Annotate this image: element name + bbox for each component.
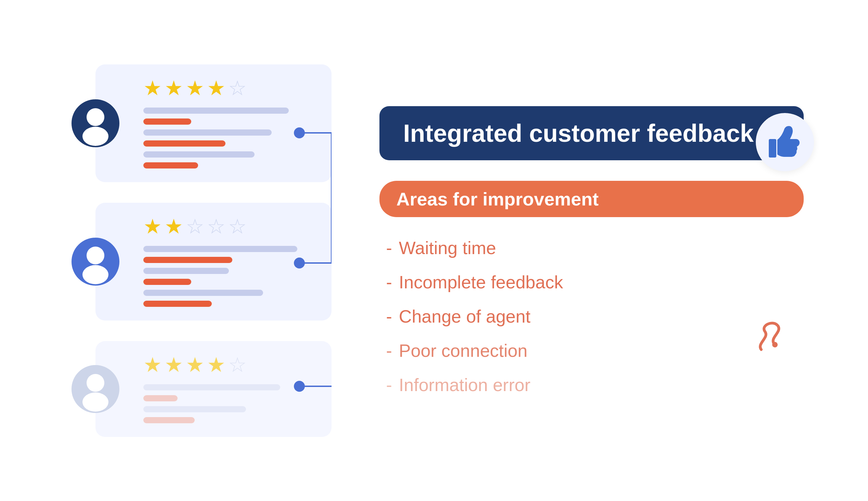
- improvement-text-poor-connection: Poor connection: [399, 340, 528, 361]
- star-2-2: ★: [165, 216, 183, 237]
- bar-bg-1-3: [143, 151, 254, 158]
- improvement-item-change-of-agent: - Change of agent: [386, 306, 804, 327]
- star-1-3: ★: [186, 78, 204, 99]
- avatar-2: [72, 238, 119, 286]
- bar-bg-3-1: [143, 384, 280, 391]
- bar-accent-2-3: [143, 301, 212, 307]
- dash-change-of-agent: -: [386, 306, 392, 327]
- page-container: ★ ★ ★ ★ ☆: [24, 20, 845, 482]
- improvement-text-information-error: Information error: [399, 375, 530, 395]
- bar-accent-1-1: [143, 118, 191, 125]
- star-3-2: ★: [165, 355, 183, 375]
- feedback-card-1: ★ ★ ★ ★ ☆: [96, 64, 331, 182]
- svg-point-8: [83, 393, 109, 412]
- star-2-1: ★: [143, 216, 162, 237]
- improvement-text-incomplete-feedback: Incomplete feedback: [399, 272, 563, 292]
- improvement-item-waiting-time: - Waiting time: [386, 238, 804, 258]
- svg-point-7: [87, 374, 105, 392]
- bars-3: [143, 384, 315, 423]
- dash-incomplete-feedback: -: [386, 272, 392, 292]
- improvement-text-change-of-agent: Change of agent: [399, 306, 531, 327]
- bar-accent-1-3: [143, 162, 198, 169]
- bar-accent-3-1: [143, 395, 178, 401]
- avatar-1: [72, 99, 119, 147]
- bar-bg-2-3: [143, 290, 263, 296]
- bar-bg-1-2: [143, 129, 272, 136]
- header-title: Integrated customer feedback: [403, 119, 754, 147]
- improvement-item-incomplete-feedback: - Incomplete feedback: [386, 272, 804, 292]
- areas-badge: Areas for improvement: [380, 181, 804, 217]
- svg-rect-16: [769, 139, 776, 158]
- improvement-item-poor-connection: - Poor connection: [386, 340, 804, 361]
- squiggle-decoration: [745, 310, 793, 364]
- areas-badge-text: Areas for improvement: [397, 189, 599, 209]
- feedback-card-2: ★ ★ ☆ ☆ ☆: [96, 203, 331, 321]
- thumbs-up-circle: [756, 113, 814, 171]
- star-3-1: ★: [143, 355, 162, 375]
- improvement-text-waiting-time: Waiting time: [399, 238, 496, 258]
- stars-row-2: ★ ★ ☆ ☆ ☆: [143, 216, 315, 237]
- stars-row-1: ★ ★ ★ ★ ☆: [143, 78, 315, 99]
- feedback-card-3: ★ ★ ★ ★ ☆: [96, 341, 331, 437]
- bar-accent-2-2: [143, 279, 191, 285]
- bar-bg-1-1: [143, 107, 289, 114]
- header-banner: Integrated customer feedback: [380, 106, 804, 160]
- dash-information-error: -: [386, 375, 392, 395]
- bar-accent-2-1: [143, 257, 232, 263]
- svg-point-1: [87, 108, 105, 126]
- star-1-4: ★: [207, 78, 226, 99]
- stars-row-3: ★ ★ ★ ★ ☆: [143, 355, 315, 375]
- bar-accent-3-2: [143, 417, 195, 423]
- improvement-item-information-error: - Information error: [386, 375, 804, 395]
- bar-accent-1-2: [143, 140, 226, 147]
- svg-point-2: [83, 127, 109, 146]
- star-1-5: ☆: [228, 78, 247, 99]
- bar-bg-2-1: [143, 246, 297, 252]
- star-1-2: ★: [165, 78, 183, 99]
- svg-point-4: [87, 247, 105, 264]
- star-1-1: ★: [143, 78, 162, 99]
- bar-bg-2-2: [143, 268, 229, 274]
- improvement-list: - Waiting time - Incomplete feedback - C…: [380, 238, 804, 395]
- svg-point-5: [83, 265, 109, 284]
- star-3-3: ★: [186, 355, 204, 375]
- star-3-4: ★: [207, 355, 226, 375]
- star-2-4: ☆: [207, 216, 226, 237]
- star-2-3: ☆: [186, 216, 204, 237]
- star-2-5: ☆: [228, 216, 247, 237]
- bar-bg-3-2: [143, 406, 246, 412]
- right-panel: Integrated customer feedback Areas for i…: [359, 106, 804, 395]
- star-3-5: ☆: [228, 355, 247, 375]
- bars-1: [143, 107, 315, 169]
- avatar-3: [72, 365, 119, 413]
- dash-poor-connection: -: [386, 340, 392, 361]
- bars-2: [143, 246, 315, 307]
- dash-waiting-time: -: [386, 238, 392, 258]
